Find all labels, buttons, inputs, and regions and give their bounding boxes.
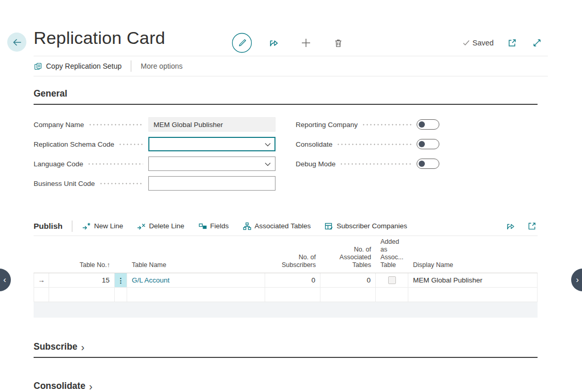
back-button[interactable]	[7, 33, 26, 52]
expand-icon	[532, 38, 542, 48]
associated-tables-icon	[242, 222, 252, 231]
delete-line-label: Delete Line	[149, 222, 184, 230]
publish-actions: New Line Delete Line	[82, 222, 407, 231]
dotted-leader	[336, 144, 411, 145]
fields-label: Fields	[210, 222, 229, 230]
company-name-value: MEM Global Publisher	[148, 117, 275, 132]
open-in-new-window-button[interactable]	[506, 37, 518, 49]
chevron-right-icon: ›	[576, 275, 579, 285]
new-button[interactable]	[296, 33, 316, 53]
empty-cell[interactable]	[265, 288, 320, 302]
toggle-knob	[419, 161, 425, 167]
page-status-toolbar: Saved	[463, 33, 543, 53]
empty-cell	[376, 288, 408, 302]
publish-table: Table No.↑ Table Name No. of Subscribers…	[34, 236, 538, 318]
column-header-table-name[interactable]: Table Name	[127, 261, 265, 273]
action-bar: Copy Replication Setup More options	[34, 56, 548, 76]
row-options-button[interactable]: ⋮	[115, 273, 127, 288]
column-header-display-name[interactable]: Display Name	[408, 261, 538, 273]
popout-icon	[507, 38, 517, 48]
delete-button[interactable]	[328, 33, 348, 53]
associated-tables-label: Associated Tables	[255, 222, 311, 230]
column-header-no-of-subscribers[interactable]: No. of Subscribers	[265, 254, 320, 273]
sort-ascending-icon: ↑	[107, 261, 110, 269]
subscribe-section-heading[interactable]: Subscribe ›	[34, 341, 538, 358]
back-arrow-icon	[11, 37, 23, 48]
empty-options-cell	[115, 288, 127, 302]
company-name-label: Company Name	[34, 121, 84, 129]
replication-schema-code-input[interactable]	[148, 137, 275, 151]
share-icon	[506, 221, 516, 231]
publish-header-separator	[72, 221, 72, 232]
share-part-button[interactable]	[505, 221, 516, 232]
publish-heading[interactable]: Publish	[34, 222, 63, 231]
table-row: → 15 ⋮ G/L Account 0 0 MEM Global Publis…	[34, 273, 538, 288]
general-heading-label: General	[34, 88, 67, 99]
pencil-icon	[232, 33, 252, 53]
added-as-assoc-table-checkbox	[388, 276, 396, 284]
new-line-button[interactable]: New Line	[82, 222, 123, 231]
cell-table-no[interactable]: 15	[49, 273, 115, 288]
save-status-label: Saved	[472, 39, 494, 47]
subscribe-heading-label: Subscribe	[34, 341, 78, 352]
save-status: Saved	[463, 39, 494, 47]
fields-button[interactable]: Fields	[198, 222, 229, 231]
fields-icon	[198, 222, 207, 231]
expand-page-button[interactable]	[531, 37, 543, 49]
more-options-button[interactable]: More options	[141, 62, 182, 70]
consolidate-label: Consolidate	[296, 140, 332, 148]
chevron-right-icon: ›	[81, 343, 85, 351]
business-unit-code-input[interactable]	[148, 176, 275, 191]
header-row-selector	[34, 269, 49, 273]
copy-icon	[34, 62, 42, 71]
page-toolbar	[232, 33, 348, 53]
dotted-leader	[87, 163, 143, 165]
column-header-no-of-associated-tables[interactable]: No. of Associated Tables	[320, 246, 376, 273]
column-header-table-no[interactable]: Table No.↑	[49, 261, 115, 273]
consolidate-toggle[interactable]	[417, 139, 439, 149]
field-business-unit-code: Business Unit Code	[34, 176, 275, 191]
cell-display-name[interactable]: MEM Global Publisher	[408, 273, 538, 288]
publish-part-icons	[505, 221, 538, 232]
subscriber-companies-icon	[324, 222, 333, 231]
new-line-icon	[82, 222, 91, 231]
delete-line-button[interactable]: Delete Line	[136, 222, 184, 231]
cell-no-of-associated-tables[interactable]: 0	[320, 273, 376, 288]
empty-cell[interactable]	[127, 288, 265, 302]
table-name-link[interactable]: G/L Account	[132, 276, 170, 284]
debug-mode-toggle[interactable]	[417, 159, 439, 169]
share-button[interactable]	[264, 33, 284, 53]
new-line-label: New Line	[94, 222, 123, 230]
subscriber-companies-label: Subscriber Companies	[336, 222, 407, 230]
copy-replication-setup-button[interactable]: Copy Replication Setup	[34, 62, 121, 71]
edit-button[interactable]	[232, 33, 252, 53]
reporting-company-toggle[interactable]	[417, 119, 439, 130]
empty-cell[interactable]	[408, 288, 538, 302]
consolidate-section-heading[interactable]: Consolidate ›	[34, 381, 538, 392]
general-section-heading[interactable]: General	[34, 88, 538, 105]
focus-mode-button[interactable]	[526, 221, 538, 232]
column-header-added-as-assoc-table[interactable]: Added as Assoc... Table	[376, 238, 408, 273]
language-code-label: Language Code	[34, 160, 83, 168]
share-icon	[268, 37, 280, 49]
expand-right-panel-button[interactable]: ›	[571, 269, 582, 291]
collapse-left-panel-button[interactable]: ‹	[0, 269, 11, 291]
empty-cell[interactable]	[49, 288, 115, 302]
header-options	[115, 269, 127, 273]
field-consolidate: Consolidate	[296, 137, 439, 151]
replication-card-page: Saved Replication Card	[0, 28, 582, 392]
action-bar-separator	[131, 60, 131, 72]
dotted-leader	[340, 163, 411, 165]
table-footer-strip	[34, 302, 538, 318]
language-code-input[interactable]	[148, 156, 275, 171]
plus-icon	[300, 37, 312, 49]
subscriber-companies-button[interactable]: Subscriber Companies	[324, 222, 407, 231]
field-company-name: Company Name MEM Global Publisher	[34, 117, 275, 132]
table-row-empty	[34, 288, 538, 302]
cell-no-of-subscribers[interactable]: 0	[265, 273, 320, 288]
empty-cell[interactable]	[320, 288, 376, 302]
toggle-knob	[419, 121, 425, 128]
trash-icon	[333, 38, 344, 49]
associated-tables-button[interactable]: Associated Tables	[242, 222, 311, 231]
focus-mode-icon	[527, 221, 537, 231]
